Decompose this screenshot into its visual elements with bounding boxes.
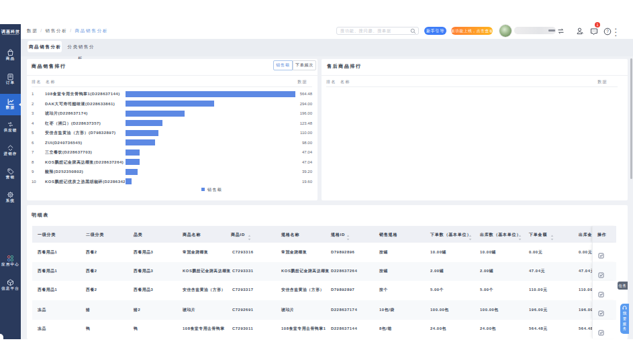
svg-text:?: ?	[606, 29, 609, 34]
